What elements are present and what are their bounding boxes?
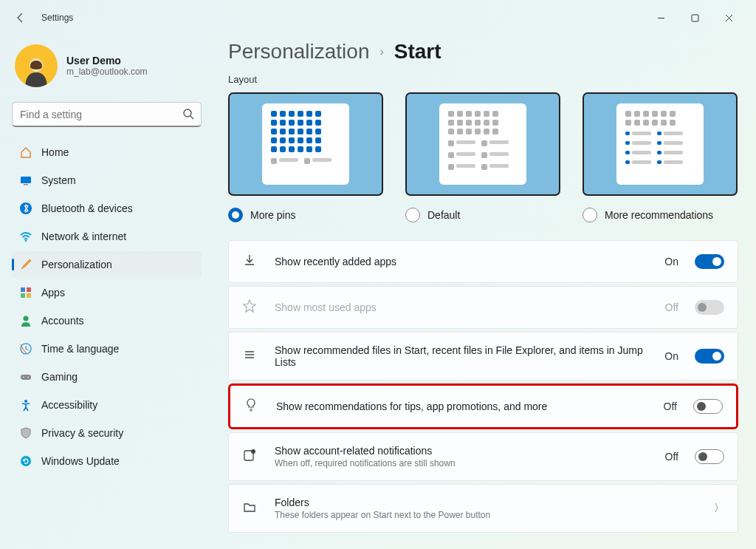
toggle-switch[interactable] bbox=[695, 349, 724, 364]
window-title: Settings bbox=[41, 13, 73, 23]
radio-label: Default bbox=[427, 209, 460, 221]
nav-label: Apps bbox=[41, 287, 65, 299]
toggle-switch[interactable] bbox=[695, 449, 724, 464]
layout-cards bbox=[228, 92, 738, 196]
avatar bbox=[15, 44, 58, 87]
sidebar: User Demo m_lab@outlook.com Home System … bbox=[0, 35, 210, 549]
svg-point-15 bbox=[27, 377, 29, 378]
toggle-state: Off bbox=[665, 301, 678, 313]
svg-point-14 bbox=[23, 377, 24, 378]
highlighted-setting: Show recommendations for tips, app promo… bbox=[228, 383, 738, 429]
nav-apps[interactable]: Apps bbox=[12, 279, 202, 306]
nav-network[interactable]: Network & internet bbox=[12, 223, 202, 250]
radio-label: More recommendations bbox=[605, 209, 713, 221]
setting-label: Show account-related notifications bbox=[275, 445, 649, 457]
chevron-right-icon: 〉 bbox=[714, 502, 724, 515]
svg-point-17 bbox=[21, 456, 31, 466]
setting-recently-added[interactable]: Show recently added apps On bbox=[228, 240, 738, 283]
setting-account-notifications[interactable]: Show account-related notifications When … bbox=[228, 432, 738, 481]
search-box[interactable] bbox=[12, 102, 202, 127]
list-icon bbox=[242, 347, 258, 365]
nav-label: Time & language bbox=[41, 343, 119, 355]
radio-more-pins[interactable]: More pins bbox=[228, 208, 383, 222]
svg-rect-10 bbox=[27, 293, 31, 298]
svg-point-16 bbox=[24, 400, 27, 403]
system-icon bbox=[19, 174, 32, 187]
nav-system[interactable]: System bbox=[12, 167, 202, 194]
maximize-button[interactable] bbox=[678, 6, 712, 30]
nav-label: Home bbox=[41, 146, 69, 158]
radio-default[interactable]: Default bbox=[405, 208, 560, 222]
apps-icon bbox=[19, 286, 32, 299]
nav-personalization[interactable]: Personalization bbox=[12, 251, 202, 278]
breadcrumb: Personalization › Start bbox=[228, 40, 738, 64]
section-label: Layout bbox=[228, 74, 738, 85]
svg-rect-9 bbox=[21, 293, 25, 298]
profile-name: User Demo bbox=[66, 55, 148, 67]
toggle-switch[interactable] bbox=[695, 254, 724, 269]
toggle-state: Off bbox=[664, 400, 677, 412]
setting-most-used: Show most used apps Off bbox=[228, 286, 738, 329]
nav-accessibility[interactable]: Accessibility bbox=[12, 392, 202, 418]
download-icon bbox=[242, 253, 258, 270]
nav-label: Privacy & security bbox=[41, 427, 123, 439]
svg-point-11 bbox=[24, 316, 29, 321]
nav-privacy[interactable]: Privacy & security bbox=[12, 420, 202, 446]
toggle-state: On bbox=[664, 350, 678, 362]
breadcrumb-parent[interactable]: Personalization bbox=[228, 40, 369, 64]
layout-card-more-recs[interactable] bbox=[583, 92, 738, 196]
nav-label: Network & internet bbox=[41, 231, 126, 242]
svg-rect-8 bbox=[27, 287, 31, 292]
nav-label: Gaming bbox=[41, 371, 78, 383]
close-button[interactable] bbox=[712, 6, 746, 30]
radio-icon bbox=[405, 208, 420, 222]
setting-label: Show recently added apps bbox=[275, 256, 648, 267]
nav-label: Windows Update bbox=[41, 455, 120, 467]
svg-point-2 bbox=[184, 109, 191, 117]
bluetooth-icon bbox=[19, 202, 32, 215]
nav-label: Accessibility bbox=[41, 399, 97, 411]
clock-icon bbox=[19, 342, 32, 355]
nav-bluetooth[interactable]: Bluetooth & devices bbox=[12, 195, 202, 222]
svg-rect-13 bbox=[21, 375, 31, 380]
wifi-icon bbox=[19, 230, 32, 243]
nav-accounts[interactable]: Accounts bbox=[12, 307, 202, 334]
setting-folders[interactable]: Folders These folders appear on Start ne… bbox=[228, 484, 738, 533]
brush-icon bbox=[19, 258, 32, 271]
layout-card-more-pins[interactable] bbox=[228, 92, 383, 196]
back-button[interactable] bbox=[10, 7, 31, 28]
bulb-icon bbox=[244, 398, 260, 415]
person-icon bbox=[19, 314, 32, 327]
layout-radio-group: More pins Default More recommendations bbox=[228, 208, 738, 222]
search-input[interactable] bbox=[12, 102, 202, 127]
star-icon bbox=[242, 299, 258, 316]
nav-update[interactable]: Windows Update bbox=[12, 448, 202, 474]
layout-card-default[interactable] bbox=[405, 92, 560, 196]
shield-icon bbox=[19, 426, 32, 440]
nav-home[interactable]: Home bbox=[12, 139, 202, 166]
svg-rect-3 bbox=[21, 177, 31, 183]
svg-rect-7 bbox=[21, 287, 25, 292]
nav-label: Personalization bbox=[41, 259, 112, 270]
setting-recommended-files[interactable]: Show recommended files in Start, recent … bbox=[228, 332, 738, 381]
content-area: Personalization › Start Layout bbox=[210, 35, 756, 549]
search-icon bbox=[182, 108, 194, 123]
nav-label: System bbox=[41, 174, 76, 186]
toggle-state: Off bbox=[665, 451, 678, 463]
toggle-switch bbox=[695, 300, 724, 315]
minimize-button[interactable] bbox=[644, 6, 678, 30]
svg-rect-4 bbox=[24, 184, 28, 185]
folder-icon bbox=[242, 499, 258, 517]
nav-time[interactable]: Time & language bbox=[12, 335, 202, 362]
gamepad-icon bbox=[19, 370, 32, 383]
radio-more-recs[interactable]: More recommendations bbox=[583, 208, 738, 222]
nav-gaming[interactable]: Gaming bbox=[12, 364, 202, 390]
toggle-switch[interactable] bbox=[693, 399, 723, 414]
setting-label: Folders bbox=[275, 497, 698, 508]
setting-sublabel: These folders appear on Start next to th… bbox=[275, 510, 698, 520]
setting-tips[interactable]: Show recommendations for tips, app promo… bbox=[230, 386, 736, 427]
profile-block[interactable]: User Demo m_lab@outlook.com bbox=[12, 41, 202, 98]
radio-label: More pins bbox=[250, 209, 295, 221]
accessibility-icon bbox=[19, 398, 32, 412]
setting-label: Show most used apps bbox=[275, 301, 649, 313]
